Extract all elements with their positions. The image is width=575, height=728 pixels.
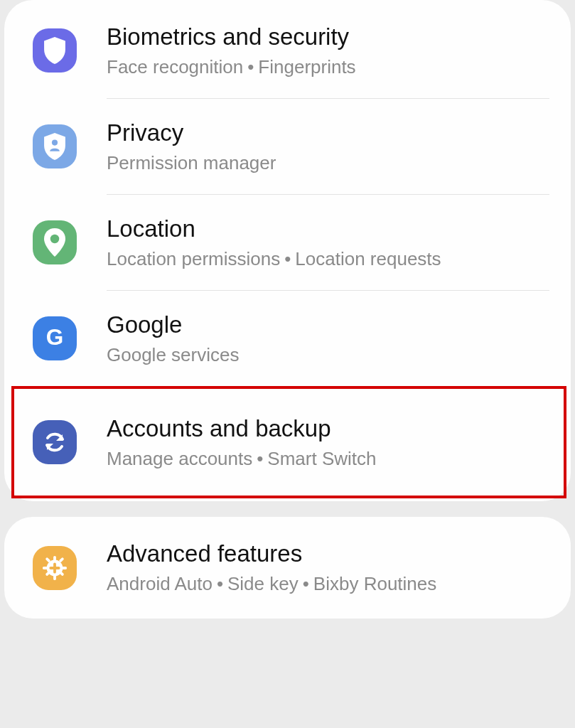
- item-title: Biometrics and security: [107, 23, 549, 51]
- item-title: Advanced features: [107, 540, 549, 568]
- item-subtitle: Google services: [107, 343, 549, 367]
- item-location[interactable]: Location Location permissions•Location r…: [4, 195, 571, 290]
- svg-point-0: [52, 140, 58, 146]
- svg-rect-6: [43, 567, 48, 569]
- google-icon: G: [33, 316, 77, 360]
- item-subtitle: Face recognition•Fingerprints: [107, 55, 549, 79]
- item-subtitle: Permission manager: [107, 151, 549, 175]
- svg-rect-7: [62, 567, 68, 569]
- privacy-shield-icon: [33, 124, 77, 168]
- svg-rect-4: [53, 555, 56, 561]
- item-title: Accounts and backup: [107, 414, 549, 443]
- item-privacy[interactable]: Privacy Permission manager: [4, 99, 571, 194]
- item-google[interactable]: G Google Google services: [4, 291, 571, 386]
- svg-rect-5: [53, 574, 56, 580]
- item-accounts-backup[interactable]: Accounts and backup Manage accounts•Smar…: [4, 386, 571, 498]
- item-title: Google: [107, 311, 549, 339]
- item-subtitle: Manage accounts•Smart Switch: [107, 447, 549, 471]
- item-advanced-features[interactable]: Advanced features Android Auto•Side key•…: [4, 520, 571, 615]
- sync-icon: [33, 420, 77, 464]
- settings-card-1: Biometrics and security Face recognition…: [4, 0, 571, 501]
- svg-point-1: [50, 235, 60, 244]
- item-subtitle: Location permissions•Location requests: [107, 247, 549, 271]
- settings-card-2: Advanced features Android Auto•Side key•…: [4, 517, 571, 618]
- item-biometrics[interactable]: Biometrics and security Face recognition…: [4, 3, 571, 98]
- shield-icon: [33, 28, 77, 73]
- item-title: Privacy: [107, 119, 549, 147]
- advanced-gear-icon: [33, 546, 77, 590]
- item-subtitle: Android Auto•Side key•Bixby Routines: [107, 572, 549, 596]
- item-title: Location: [107, 215, 549, 243]
- location-pin-icon: [33, 220, 77, 264]
- svg-text:G: G: [46, 325, 64, 350]
